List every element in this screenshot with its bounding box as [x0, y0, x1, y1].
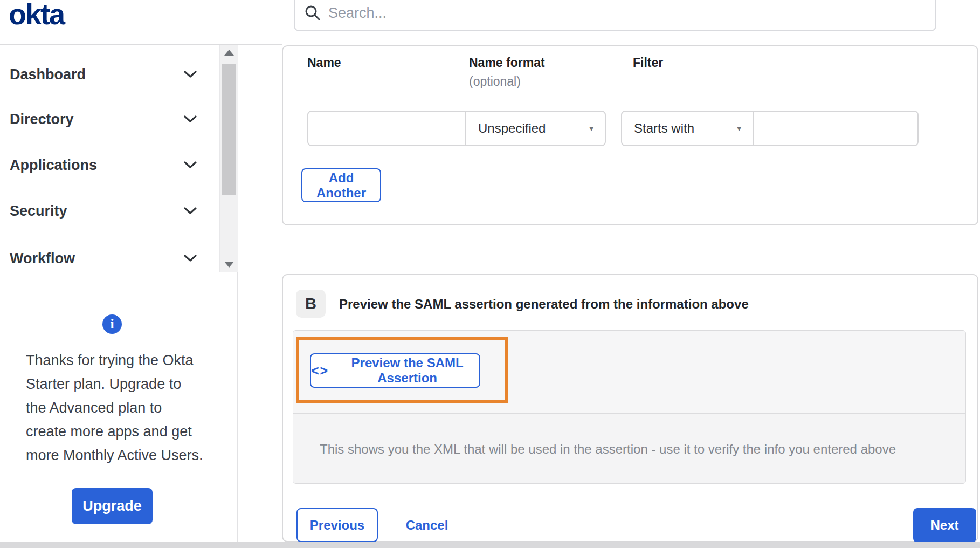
global-search[interactable]	[294, 0, 936, 31]
attribute-name-input[interactable]	[307, 111, 466, 146]
chevron-down-icon	[184, 161, 197, 169]
plan-notice-line: Thanks for trying the Okta	[26, 348, 212, 372]
preview-panel-description: This shows you the XML that will be used…	[293, 413, 965, 484]
plan-notice-line: create more apps and get	[26, 420, 212, 443]
preview-description-text: This shows you the XML that will be used…	[320, 442, 896, 457]
search-icon	[305, 5, 321, 21]
step-b-badge: B	[296, 290, 326, 318]
name-format-select[interactable]: Unspecified ▼	[465, 111, 606, 146]
window-bottom-strip	[0, 542, 980, 548]
preview-section-title: Preview the SAML assertion generated fro…	[339, 297, 749, 312]
chevron-down-icon	[184, 255, 197, 262]
chevron-down-icon	[184, 115, 197, 123]
cancel-button[interactable]: Cancel	[397, 508, 457, 542]
sidebar-item-security[interactable]: Security	[10, 202, 197, 220]
plan-notice-line: more Monthly Active Users.	[26, 443, 212, 467]
next-button[interactable]: Next	[913, 508, 976, 543]
name-format-label: Name format	[469, 56, 545, 70]
sidebar-item-label: Workflow	[10, 250, 75, 267]
dropdown-arrow-icon: ▼	[588, 124, 595, 133]
name-combo: Unspecified ▼	[307, 111, 606, 146]
scroll-up-icon[interactable]	[224, 50, 234, 56]
chevron-down-icon	[184, 207, 197, 215]
filter-value-input[interactable]	[753, 111, 919, 146]
previous-button[interactable]: Previous	[296, 508, 378, 542]
sidebar-item-label: Applications	[10, 157, 97, 174]
name-format-optional-label: (optional)	[469, 74, 521, 89]
sidebar-item-directory[interactable]: Directory	[10, 110, 197, 128]
plan-notice-line: the Advanced plan to	[26, 396, 212, 420]
okta-admin-app: okta Dashboard Directory Applications Se…	[0, 0, 980, 548]
preview-saml-assertion-button[interactable]: <> Preview the SAML Assertion	[310, 353, 480, 388]
okta-logo: okta	[9, 0, 64, 30]
scrollbar-thumb[interactable]	[222, 64, 236, 195]
sidebar-nav: Dashboard Directory Applications Securit…	[0, 45, 238, 272]
plan-notice-text: Thanks for trying the Okta Starter plan.…	[26, 348, 212, 467]
chevron-down-icon	[184, 71, 197, 78]
add-another-button[interactable]: Add Another	[301, 168, 381, 202]
filter-type-select[interactable]: Starts with ▼	[621, 111, 754, 146]
name-label: Name	[307, 56, 341, 70]
attribute-statement-card: Name Name format (optional) Filter Unspe…	[282, 45, 978, 225]
sidebar-item-dashboard[interactable]: Dashboard	[10, 65, 197, 84]
dropdown-arrow-icon: ▼	[735, 124, 743, 133]
plan-notice-line: Starter plan. Upgrade to	[26, 372, 212, 396]
scroll-down-icon[interactable]	[224, 262, 234, 268]
filter-label: Filter	[633, 56, 663, 70]
code-icon: <>	[311, 363, 329, 379]
info-icon: i	[102, 314, 122, 334]
sidebar-scrollbar[interactable]	[219, 45, 238, 272]
upgrade-button[interactable]: Upgrade	[72, 488, 153, 524]
preview-button-label: Preview the SAML Assertion	[335, 355, 479, 386]
sidebar-item-label: Security	[10, 203, 67, 220]
filter-type-value: Starts with	[634, 121, 694, 136]
sidebar-item-workflow[interactable]: Workflow	[10, 249, 197, 268]
name-format-value: Unspecified	[478, 121, 546, 136]
search-input[interactable]	[328, 5, 867, 22]
sidebar-item-applications[interactable]: Applications	[10, 156, 197, 174]
sidebar: Dashboard Directory Applications Securit…	[0, 45, 238, 542]
preview-assertion-card: B Preview the SAML assertion generated f…	[282, 274, 978, 542]
sidebar-item-label: Dashboard	[10, 66, 86, 83]
filter-combo: Starts with ▼	[621, 111, 919, 146]
sidebar-item-label: Directory	[10, 111, 74, 128]
